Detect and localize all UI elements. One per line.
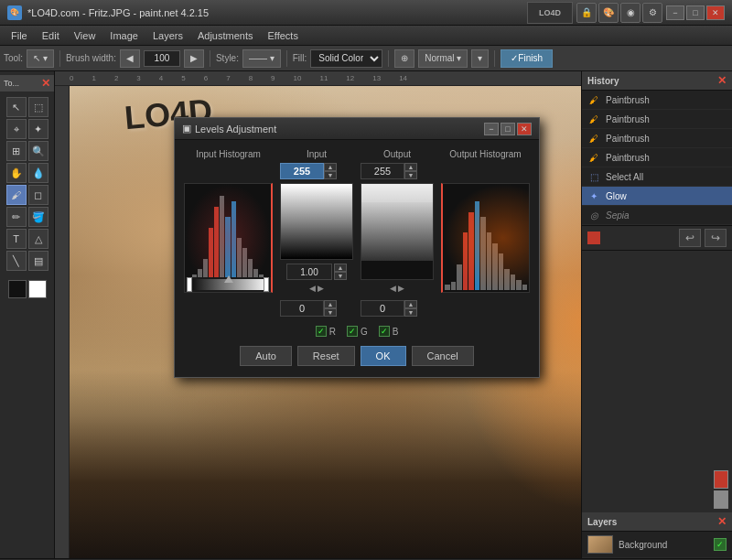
history-delete-btn[interactable] <box>587 232 600 244</box>
history-item-glow[interactable]: ✦ Glow <box>582 187 732 206</box>
mode-selector[interactable]: Normal ▾ <box>418 49 468 68</box>
output-up[interactable]: ▲ <box>404 163 417 171</box>
canvas-area[interactable]: 0 1 2 3 4 5 6 7 8 9 10 11 12 13 14 LO4D <box>55 71 581 558</box>
auto-button[interactable]: Auto <box>240 346 292 366</box>
layer-visibility[interactable]: ✓ <box>714 538 727 551</box>
brush-width-input[interactable]: 100 <box>144 50 180 67</box>
input-value-field[interactable]: 255 <box>280 163 324 179</box>
dialog-maximize[interactable]: □ <box>501 123 515 135</box>
undo-button[interactable]: ↩ <box>679 229 701 247</box>
tool-select-magic[interactable]: ✦ <box>28 119 48 139</box>
output-low-field[interactable]: 0 <box>361 300 404 317</box>
input-up[interactable]: ▲ <box>324 163 337 171</box>
menu-effects[interactable]: Effects <box>261 28 306 43</box>
color-swatch-red[interactable] <box>714 470 728 489</box>
output-low-up[interactable]: ▲ <box>404 300 417 308</box>
maximize-button[interactable]: □ <box>686 5 705 20</box>
tool-paintbrush[interactable]: 🖌 <box>6 185 27 205</box>
reset-button[interactable]: Reset <box>297 346 355 366</box>
input-high-thumb[interactable] <box>264 277 269 292</box>
primary-color[interactable] <box>8 280 27 298</box>
tool-eraser[interactable]: ◻ <box>28 185 48 205</box>
redo-button[interactable]: ↪ <box>705 229 727 247</box>
opacity-btn[interactable]: ▾ <box>471 49 489 68</box>
output-low-down[interactable]: ▼ <box>404 308 417 317</box>
history-item-paintbrush-3[interactable]: 🖌 Paintbrush <box>582 129 732 148</box>
tool-fill[interactable]: 🪣 <box>28 207 48 227</box>
input-low-thumb[interactable] <box>187 277 192 292</box>
tool-arrow[interactable]: ↖ <box>6 97 27 117</box>
menu-file[interactable]: File <box>4 28 35 43</box>
history-item-select-all[interactable]: ⬚ Select All <box>582 167 732 187</box>
cancel-button[interactable]: Cancel <box>412 346 474 366</box>
input-low-up[interactable]: ▲ <box>324 300 337 308</box>
history-label-6: Glow <box>606 191 627 201</box>
history-close[interactable]: ✕ <box>717 74 727 87</box>
gamma-input[interactable]: 1.00 <box>286 264 332 280</box>
mode-btn[interactable]: ⊕ <box>394 49 414 68</box>
history-item-paintbrush-1[interactable]: 🖌 Paintbrush <box>582 91 732 110</box>
input-mid-thumb[interactable] <box>224 275 233 283</box>
history-item-paintbrush-4[interactable]: 🖌 Paintbrush <box>582 148 732 167</box>
toolbox-close[interactable]: ✕ <box>41 77 50 90</box>
ok-button[interactable]: OK <box>361 346 406 366</box>
brush-width-dec[interactable]: ◀ <box>120 49 140 68</box>
sep-4 <box>388 50 389 67</box>
tool-hand[interactable]: ✋ <box>6 163 27 183</box>
output-value-field[interactable]: 255 <box>361 163 404 179</box>
cb-r[interactable]: ✓ R <box>316 326 336 337</box>
toolbar-icon-2[interactable]: 🎨 <box>598 3 619 23</box>
arrow-left[interactable]: ◀ <box>309 284 316 293</box>
layers-close[interactable]: ✕ <box>717 515 727 528</box>
layer-item-background[interactable]: Background ✓ <box>582 532 732 558</box>
tool-gradient[interactable]: ▤ <box>28 251 48 271</box>
menu-layers[interactable]: Layers <box>145 28 190 43</box>
close-button[interactable]: ✕ <box>706 5 725 20</box>
tool-zoom[interactable]: 🔍 <box>28 141 48 161</box>
color-swatch-gray[interactable] <box>714 490 728 509</box>
menu-adjustments[interactable]: Adjustments <box>190 28 261 43</box>
history-item-paintbrush-2[interactable]: 🖌 Paintbrush <box>582 110 732 129</box>
tool-select-lasso[interactable]: ⌖ <box>6 119 27 139</box>
gamma-down[interactable]: ▼ <box>334 272 347 280</box>
tool-3d[interactable]: ⊞ <box>6 141 27 161</box>
menu-edit[interactable]: Edit <box>35 28 67 43</box>
secondary-color[interactable] <box>28 280 47 298</box>
tool-line[interactable]: ╲ <box>6 251 27 271</box>
tool-selector[interactable]: ↖ ▾ <box>27 49 54 68</box>
input-low-down[interactable]: ▼ <box>324 308 337 317</box>
output-arrow-right[interactable]: ▶ <box>398 284 404 293</box>
toolbar-icon-1[interactable]: 🔒 <box>576 3 597 23</box>
menu-image[interactable]: Image <box>102 28 145 43</box>
cb-g[interactable]: ✓ G <box>347 326 368 337</box>
tool-pencil[interactable]: ✏ <box>6 207 27 227</box>
arrow-right[interactable]: ▶ <box>318 284 324 293</box>
ruler-tick: 7 <box>226 74 230 82</box>
input-down[interactable]: ▼ <box>324 171 337 179</box>
fill-select[interactable]: Solid Color <box>310 49 382 68</box>
output-arrow-left[interactable]: ◀ <box>390 284 396 293</box>
dialog-close[interactable]: ✕ <box>517 123 532 135</box>
tool-text[interactable]: T <box>6 229 27 249</box>
history-item-sepia[interactable]: ◎ Sepia <box>582 206 732 225</box>
histogram-area: 1.00 ▲ ▼ ◀ ▶ <box>184 183 530 293</box>
cb-g-box[interactable]: ✓ <box>347 326 358 337</box>
menu-view[interactable]: View <box>67 28 103 43</box>
cb-b[interactable]: ✓ B <box>379 326 399 337</box>
input-low-field[interactable]: 0 <box>280 300 324 317</box>
cb-b-box[interactable]: ✓ <box>379 326 390 337</box>
tool-shapes[interactable]: △ <box>28 229 48 249</box>
ruler-tick: 6 <box>204 74 208 82</box>
minimize-button[interactable]: − <box>666 5 684 20</box>
brush-width-inc[interactable]: ▶ <box>184 49 204 68</box>
toolbar-icon-4[interactable]: ⚙ <box>642 3 662 23</box>
tool-eyedrop[interactable]: 💧 <box>28 163 48 183</box>
toolbar-icon-3[interactable]: ◉ <box>620 3 640 23</box>
output-down[interactable]: ▼ <box>404 171 417 179</box>
finish-button[interactable]: ✓ Finish <box>501 49 553 68</box>
gamma-up[interactable]: ▲ <box>334 264 347 272</box>
cb-r-box[interactable]: ✓ <box>316 326 327 337</box>
style-selector[interactable]: —— ▾ <box>242 49 281 68</box>
tool-select-rect[interactable]: ⬚ <box>28 97 48 117</box>
dialog-minimize[interactable]: − <box>484 123 499 135</box>
